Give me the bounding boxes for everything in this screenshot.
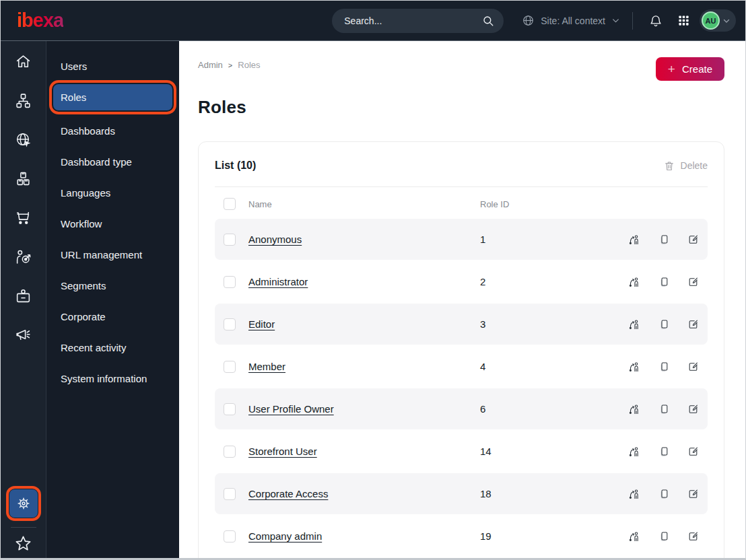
roles-list-card: List (10) Delete (198, 141, 724, 558)
rail-separator (11, 527, 36, 528)
copy-icon[interactable] (658, 234, 669, 246)
corporate-badge-icon[interactable] (15, 287, 32, 304)
row-checkbox[interactable] (224, 530, 236, 542)
ibexa-logo[interactable]: ibexa (17, 9, 63, 32)
edit-icon[interactable] (687, 530, 699, 542)
table-header-row: Name Role ID (215, 187, 708, 219)
delete-button[interactable]: Delete (664, 160, 708, 172)
copy-icon[interactable] (658, 403, 669, 415)
site-globe-icon[interactable] (15, 131, 32, 148)
edit-icon[interactable] (687, 318, 699, 330)
bookmarks-star-icon[interactable] (14, 534, 32, 553)
sidebar-item-segments[interactable]: Segments (53, 273, 172, 299)
row-actions (610, 234, 699, 246)
copy-icon[interactable] (658, 318, 669, 330)
sidebar-item-dashboard-type[interactable]: Dashboard type (53, 149, 172, 175)
assign-user-icon[interactable] (628, 318, 640, 330)
assign-user-icon[interactable] (628, 530, 640, 542)
main-content: Admin > Roles + Create Roles List (10) (179, 41, 745, 558)
assign-user-icon[interactable] (628, 488, 640, 500)
chevron-down-icon (611, 16, 620, 25)
role-id-cell: 18 (480, 488, 597, 499)
breadcrumb-separator: > (228, 61, 232, 69)
row-checkbox[interactable] (224, 234, 236, 246)
row-checkbox[interactable] (224, 488, 236, 500)
role-name-link[interactable]: Administrator (248, 276, 467, 287)
sidebar-item-workflow[interactable]: Workflow (53, 211, 172, 237)
roles-table-body: Anonymous 1 (215, 219, 708, 557)
table-row: Member 4 (215, 346, 708, 387)
role-id-cell: 2 (480, 276, 597, 287)
assign-user-icon[interactable] (628, 446, 640, 458)
assign-user-icon[interactable] (628, 276, 640, 288)
app-switcher-grid-icon[interactable] (673, 10, 694, 31)
row-checkbox[interactable] (224, 276, 236, 288)
copy-icon[interactable] (658, 530, 669, 542)
sidebar-item-recent-activity[interactable]: Recent activity (53, 335, 172, 361)
assign-user-icon[interactable] (628, 403, 640, 415)
row-actions (610, 488, 699, 500)
role-name-link[interactable]: Corporate Access (248, 488, 467, 499)
sidebar-item-corporate[interactable]: Corporate (53, 304, 172, 330)
user-menu[interactable]: AU (700, 9, 736, 32)
content-tree-icon[interactable] (15, 92, 32, 109)
notifications-bell-icon[interactable] (645, 10, 667, 32)
edit-icon[interactable] (687, 488, 699, 500)
row-actions (610, 403, 699, 415)
role-name-link[interactable]: Company admin (248, 530, 467, 542)
products-icon[interactable] (15, 170, 32, 187)
sidebar-item-system-information[interactable]: System information (53, 365, 172, 392)
sidebar-item-languages[interactable]: Languages (53, 180, 172, 206)
topbar-divider (632, 12, 633, 30)
row-checkbox[interactable] (224, 361, 236, 373)
page-title: Roles (198, 97, 724, 118)
admin-gear-icon[interactable] (9, 489, 38, 518)
avatar[interactable]: AU (702, 11, 720, 30)
edit-icon[interactable] (687, 446, 699, 458)
row-actions (610, 361, 699, 373)
table-row: User Profile Owner 6 (215, 388, 708, 429)
create-button-label: Create (682, 63, 712, 75)
role-name-link[interactable]: Anonymous (248, 234, 467, 245)
role-name-link[interactable]: Storefront User (248, 446, 467, 457)
role-name-link[interactable]: Member (248, 361, 467, 372)
personalization-target-icon[interactable] (15, 248, 32, 265)
role-name-link[interactable]: User Profile Owner (248, 403, 467, 415)
global-search[interactable] (332, 9, 504, 33)
row-checkbox[interactable] (224, 403, 236, 415)
column-header-role-id: Role ID (480, 199, 597, 209)
edit-icon[interactable] (687, 403, 699, 415)
site-context-selector[interactable]: Site: All context (522, 14, 620, 27)
edit-icon[interactable] (687, 276, 699, 288)
sidebar-item-url-management[interactable]: URL management (53, 242, 172, 268)
table-row: Company admin 19 (215, 516, 708, 557)
copy-icon[interactable] (658, 446, 669, 458)
select-all-checkbox[interactable] (224, 198, 236, 210)
role-name-link[interactable]: Editor (248, 318, 467, 330)
campaign-megaphone-icon[interactable] (15, 326, 32, 343)
sidebar-item-roles[interactable]: Roles (53, 84, 172, 110)
breadcrumb: Admin > Roles (198, 57, 261, 70)
copy-icon[interactable] (658, 488, 669, 500)
sidebar-item-users[interactable]: Users (53, 53, 172, 79)
edit-icon[interactable] (687, 234, 699, 246)
home-icon[interactable] (15, 53, 32, 70)
role-id-cell: 6 (480, 403, 597, 415)
search-icon[interactable] (482, 15, 494, 27)
list-title: List (10) (215, 160, 256, 172)
delete-button-label: Delete (681, 160, 708, 171)
search-input[interactable] (344, 15, 482, 26)
rail-bottom-group (9, 489, 38, 553)
edit-icon[interactable] (687, 361, 699, 373)
breadcrumb-admin[interactable]: Admin (198, 60, 223, 70)
sidebar-item-dashboards[interactable]: Dashboards (53, 118, 172, 144)
commerce-cart-icon[interactable] (15, 209, 32, 226)
copy-icon[interactable] (658, 276, 669, 288)
row-checkbox[interactable] (224, 446, 236, 458)
copy-icon[interactable] (658, 361, 669, 373)
assign-user-icon[interactable] (628, 234, 640, 246)
create-button[interactable]: + Create (656, 57, 724, 81)
assign-user-icon[interactable] (628, 361, 640, 373)
site-context-label: Site: All context (541, 15, 605, 26)
row-checkbox[interactable] (224, 318, 236, 330)
